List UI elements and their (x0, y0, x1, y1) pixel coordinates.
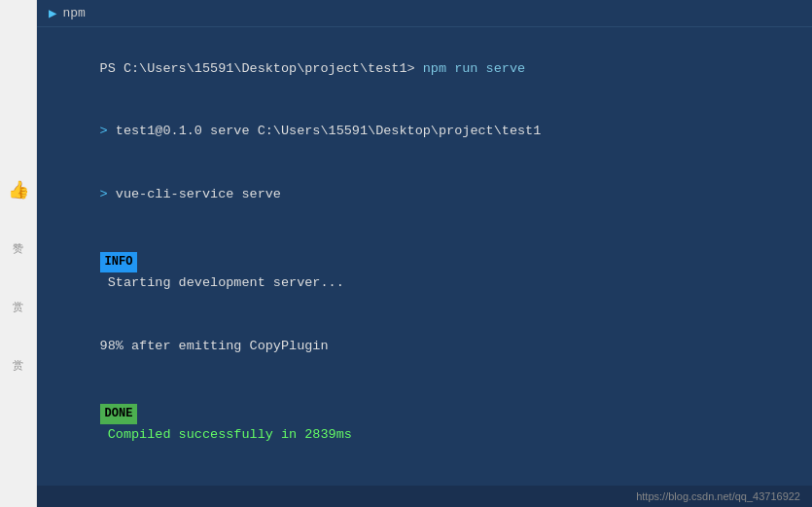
footer: https://blog.csdn.net/qq_43716922 (37, 486, 812, 507)
terminal-window: ▶ npm PS C:\Users\15591\Desktop\project\… (37, 0, 812, 507)
done-line: DONE Compiled successfully in 2839ms (53, 381, 796, 466)
prize1-icon[interactable]: 赞 (4, 234, 33, 263)
prize3-icon[interactable]: 赏 (4, 350, 33, 380)
percent-line: 98% after emitting CopyPlugin (53, 314, 796, 378)
done-badge: DONE (100, 404, 138, 424)
output-line-1: > test1@0.1.0 serve C:\Users\15591\Deskt… (53, 100, 796, 163)
footer-url: https://blog.csdn.net/qq_43716922 (636, 490, 800, 502)
title-bar: ▶ npm (37, 0, 812, 27)
output-line-2: > vue-cli-service serve (53, 163, 796, 227)
info-line: INFO Starting development server... (53, 230, 796, 314)
prize2-icon[interactable]: 赏 (4, 292, 33, 321)
title-text: npm (62, 6, 85, 20)
sidebar: 👍 赞 赏 赏 (0, 0, 37, 507)
info-badge: INFO (100, 252, 138, 272)
app-running-line: App running at: (53, 474, 796, 486)
terminal-content: PS C:\Users\15591\Desktop\project\test1>… (37, 27, 812, 486)
npm-icon: ▶ (49, 5, 56, 21)
ps-prompt-line: PS C:\Users\15591\Desktop\project\test1>… (53, 37, 796, 100)
thumb-icon[interactable]: 👍 (4, 175, 33, 204)
